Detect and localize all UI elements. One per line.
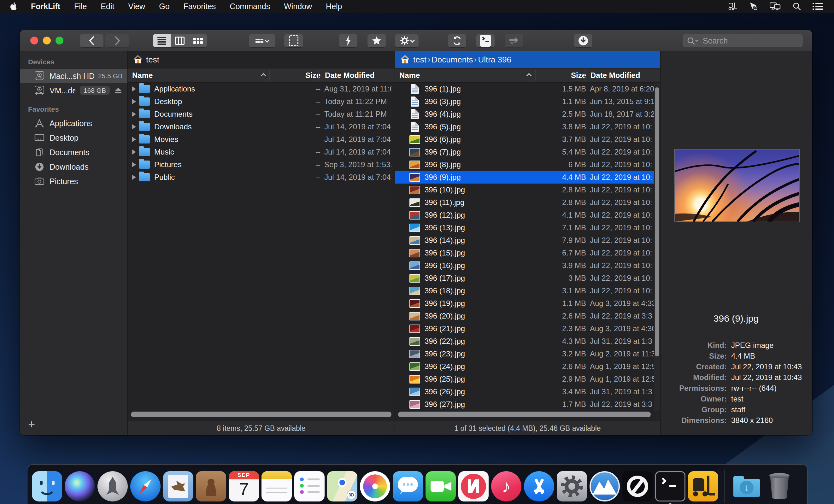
dock-itunes-icon[interactable]: ♪	[491, 471, 521, 502]
file-row[interactable]: 396 (14).jpg7.9 MBJul 22, 2019 at 10:	[395, 234, 660, 247]
forklift-menu-icon[interactable]	[728, 2, 738, 11]
dock-forklift-icon[interactable]	[688, 471, 718, 502]
column-header-size[interactable]: Size	[539, 71, 586, 80]
menu-edit[interactable]: Edit	[101, 2, 114, 11]
select-button[interactable]	[284, 34, 303, 47]
file-row[interactable]: 396 (15).jpg6.7 MBJul 22, 2019 at 10:	[395, 247, 660, 259]
search-input[interactable]	[683, 34, 803, 47]
add-favorite-button[interactable]: +	[26, 419, 37, 430]
apple-menu-icon[interactable]	[9, 2, 17, 11]
folder-row[interactable]: Applications--Aug 31, 2019 at 11:0.	[128, 83, 395, 95]
folder-row[interactable]: Public--Jul 14, 2019 at 7:04...	[128, 171, 395, 183]
left-path-bar[interactable]: test	[128, 51, 395, 68]
file-row[interactable]: 396 (11).jpg2.8 MBJul 22, 2019 at 10:	[395, 196, 660, 209]
breadcrumb-segment[interactable]: test	[413, 55, 426, 65]
sidebar-device-volume[interactable]: VM...ders 168 GB	[20, 83, 127, 98]
file-row[interactable]: 396 (6).jpg3.7 MBJul 22, 2019 at 10:	[395, 133, 660, 146]
file-row[interactable]: 396 (1).jpg1.5 MBApr 8, 2019 at 6:20	[395, 83, 660, 95]
file-row[interactable]: 396 (18).jpg3.1 MBJul 22, 2019 at 10:	[395, 284, 660, 297]
arrange-dropdown-button[interactable]	[249, 34, 276, 47]
dock-appstore-icon[interactable]	[524, 471, 554, 502]
minimize-button[interactable]	[43, 37, 51, 44]
folder-row[interactable]: Movies--Jul 14, 2019 at 7:04...	[128, 133, 395, 146]
eject-icon[interactable]	[114, 87, 123, 94]
file-row[interactable]: 396 (12).jpg4.1 MBJul 22, 2019 at 10:	[395, 209, 660, 221]
dock-notes-icon[interactable]	[262, 471, 292, 502]
sync-button[interactable]	[448, 34, 466, 47]
menu-go[interactable]: Go	[159, 2, 169, 11]
file-row[interactable]: 396 (8).jpg6 MBJul 22, 2019 at 10:	[395, 158, 660, 171]
dock-launchpad-icon[interactable]	[97, 471, 128, 502]
sidebar-item-applications[interactable]: Applications	[20, 116, 127, 131]
vertical-scrollbar[interactable]	[655, 87, 659, 356]
dock-siri-icon[interactable]	[65, 471, 95, 502]
icon-view-button[interactable]	[189, 34, 207, 47]
terminal-button[interactable]	[476, 34, 495, 47]
activity-button[interactable]	[574, 34, 592, 47]
horizontal-scrollbar[interactable]	[131, 412, 392, 417]
dock-circle-slash-icon[interactable]	[622, 471, 653, 502]
file-row[interactable]: 396 (5).jpg3.8 MBJul 22, 2019 at 10:	[395, 120, 660, 133]
sidebar-item-pictures[interactable]: Pictures	[20, 174, 127, 189]
folder-row[interactable]: Downloads--Jul 14, 2019 at 7:04...	[128, 120, 395, 133]
column-header-date[interactable]: Date Modified	[586, 71, 657, 80]
list-view-button[interactable]	[153, 34, 171, 47]
dock-contacts-icon[interactable]	[196, 471, 226, 502]
dock-news-icon[interactable]	[458, 471, 489, 502]
disclosure-triangle-icon[interactable]	[132, 162, 136, 167]
folder-row[interactable]: Music--Jul 14, 2019 at 7:04...	[128, 146, 395, 158]
horizontal-scrollbar[interactable]	[398, 412, 651, 417]
column-header-date[interactable]: Date Modified	[321, 71, 392, 80]
column-header-size[interactable]: Size	[273, 71, 321, 80]
folder-row[interactable]: Documents--Today at 11:21 PM	[128, 108, 395, 120]
forward-button[interactable]	[105, 34, 129, 47]
file-row[interactable]: 396 (27).jpg1.7 MBJul 22, 2019 at 3:3	[395, 398, 660, 411]
disclosure-triangle-icon[interactable]	[132, 99, 136, 104]
dock-photos-icon[interactable]	[360, 471, 390, 502]
dock-messages-icon[interactable]	[393, 471, 423, 502]
file-row[interactable]: 396 (9).jpg4.4 MBJul 22, 2019 at 10:	[395, 171, 660, 183]
right-path-bar[interactable]: test›Documents›Ultra 396	[395, 51, 660, 68]
favorites-button[interactable]	[368, 34, 386, 47]
file-row[interactable]: 396 (25).jpg2.9 MBAug 1, 2019 at 12:5	[395, 373, 660, 386]
sidebar-item-desktop[interactable]: Desktop	[20, 131, 127, 145]
file-row[interactable]: 396 (20).jpg2.6 MBJul 22, 2019 at 3:3	[395, 310, 660, 322]
disclosure-triangle-icon[interactable]	[132, 86, 136, 91]
folder-row[interactable]: Pictures--Sep 3, 2019 at 1:53...	[128, 158, 395, 171]
column-view-button[interactable]	[171, 34, 189, 47]
dock-settings-icon[interactable]	[557, 471, 587, 502]
dock-facetime-icon[interactable]	[425, 471, 456, 502]
displays-icon[interactable]	[770, 2, 781, 11]
share-cursor-icon[interactable]	[749, 2, 758, 11]
spotlight-icon[interactable]	[792, 2, 801, 11]
file-row[interactable]: 396 (13).jpg7.1 MBJul 22, 2019 at 10:	[395, 221, 660, 234]
list-menu-icon[interactable]	[813, 2, 823, 10]
disclosure-triangle-icon[interactable]	[132, 124, 136, 129]
dock-finder-icon[interactable]	[32, 471, 62, 502]
dock-maps-icon[interactable]: 3D	[327, 471, 357, 502]
dock-calendar-icon[interactable]: SEP7	[229, 471, 259, 502]
file-row[interactable]: 396 (3).jpg1.1 MBJun 13, 2015 at 9:1	[395, 95, 660, 108]
breadcrumb-segment[interactable]: Documents	[432, 55, 473, 65]
menu-view[interactable]: View	[128, 2, 145, 11]
file-row[interactable]: 396 (4).jpg2.5 MBJun 18, 2017 at 3:2	[395, 108, 660, 120]
transfer-button[interactable]	[505, 34, 523, 47]
menu-help[interactable]: Help	[326, 2, 342, 11]
file-row[interactable]: 396 (10).jpg2.8 MBJul 22, 2019 at 10:	[395, 183, 660, 196]
dock-trash-icon[interactable]	[764, 471, 795, 502]
column-header-name[interactable]: Name	[128, 71, 273, 80]
disclosure-triangle-icon[interactable]	[132, 175, 136, 180]
sidebar-item-documents[interactable]: Documents	[20, 145, 127, 159]
zoom-button[interactable]	[56, 37, 63, 44]
dock-terminal-icon[interactable]	[655, 471, 685, 502]
back-button[interactable]	[80, 34, 104, 47]
dock-peaks-icon[interactable]	[590, 471, 620, 502]
file-row[interactable]: 396 (24).jpg2.6 MBAug 1, 2019 at 12:5	[395, 360, 660, 373]
file-row[interactable]: 396 (21).jpg2.3 MBAug 3, 2019 at 4:30	[395, 322, 660, 335]
close-button[interactable]	[30, 37, 38, 44]
menu-favorites[interactable]: Favorites	[183, 2, 216, 11]
actions-button[interactable]	[395, 34, 419, 47]
file-row[interactable]: 396 (7).jpg5.4 MBJul 22, 2019 at 10:	[395, 146, 660, 158]
sidebar-device-macintosh-hd[interactable]: Maci...sh HD 25.5 GB	[20, 69, 127, 83]
sidebar-item-downloads[interactable]: Downloads	[20, 159, 127, 174]
